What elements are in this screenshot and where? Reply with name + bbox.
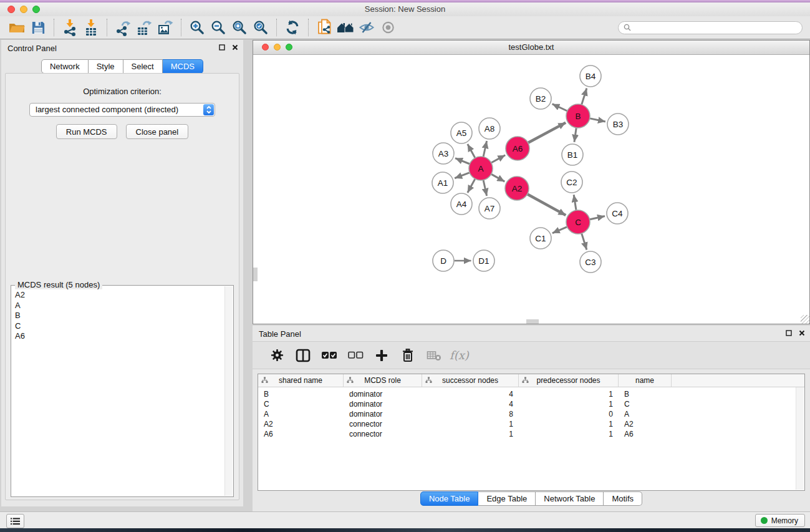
zoom-in-icon[interactable] (186, 17, 208, 37)
graph-node-A7[interactable]: A7 (479, 198, 500, 219)
graph-node-A4[interactable]: A4 (451, 193, 472, 215)
graph-node-B[interactable]: B (566, 104, 590, 128)
show-column-selector-icon[interactable] (290, 344, 316, 367)
zoom-out-icon[interactable] (208, 17, 229, 37)
column-header-name[interactable]: name (619, 374, 672, 387)
select-all-columns-icon[interactable] (316, 344, 342, 367)
search-input[interactable] (634, 22, 802, 32)
mcds-result-item[interactable]: A2 (15, 290, 224, 301)
graph-edge-A-A6[interactable] (491, 155, 505, 163)
table-row[interactable]: A6connector11A6 (258, 429, 804, 439)
optimization-criterion-select[interactable]: largest connected component (directed) (29, 103, 215, 117)
graph-node-C3[interactable]: C3 (580, 251, 601, 273)
hide-graphics-eye-slash-icon[interactable] (356, 17, 377, 37)
mcds-result-scrollbar[interactable] (224, 286, 233, 496)
graph-node-A5[interactable]: A5 (451, 122, 472, 143)
table-tab-edge-table[interactable]: Edge Table (478, 491, 536, 506)
graph-node-A2[interactable]: A2 (505, 177, 529, 200)
save-session-icon[interactable] (27, 17, 49, 37)
export-network-icon[interactable] (112, 17, 133, 37)
network-vertical-scrollbar[interactable] (253, 268, 258, 281)
zoom-selected-icon[interactable] (250, 17, 271, 37)
import-network-icon[interactable] (59, 17, 80, 37)
home-layout-icon[interactable] (335, 17, 356, 37)
graph-edge-A-A7[interactable] (483, 180, 486, 196)
graph-node-A1[interactable]: A1 (432, 172, 453, 193)
graph-node-D[interactable]: D (433, 250, 454, 271)
search-box[interactable] (618, 21, 803, 34)
close-panel-icon[interactable] (232, 44, 238, 51)
tab-style[interactable]: Style (89, 59, 123, 74)
close-table-panel-icon[interactable] (799, 330, 805, 336)
table-row[interactable]: Cdominator41C (258, 399, 804, 409)
mcds-result-item[interactable]: C (15, 321, 224, 332)
column-header-successor-nodes[interactable]: successor nodes (422, 374, 519, 387)
zoom-fit-icon[interactable] (229, 17, 250, 37)
mcds-result-item[interactable]: B (15, 311, 224, 321)
delete-table-icon[interactable] (421, 344, 447, 367)
tab-network[interactable]: Network (41, 59, 89, 74)
graph-edge-A-A3[interactable] (455, 158, 470, 164)
graph-edge-A-A5[interactable] (468, 144, 475, 158)
tab-mcds[interactable]: MCDS (163, 59, 203, 74)
graph-node-B1[interactable]: B1 (562, 144, 583, 165)
graph-node-C2[interactable]: C2 (561, 172, 582, 193)
open-session-icon[interactable] (6, 17, 27, 37)
graph-edge-A-A4[interactable] (468, 179, 475, 193)
graph-node-C4[interactable]: C4 (607, 203, 628, 224)
column-settings-gear-icon[interactable] (264, 344, 290, 367)
graph-node-A3[interactable]: A3 (433, 143, 454, 164)
column-header-mcds-role[interactable]: MCDS role (344, 374, 422, 387)
mcds-result-item[interactable]: A (15, 301, 224, 311)
close-panel-button[interactable]: Close panel (126, 124, 189, 139)
graph-node-A8[interactable]: A8 (479, 118, 500, 139)
float-table-panel-icon[interactable] (786, 330, 792, 336)
graph-edge-B-B3[interactable] (590, 118, 605, 122)
export-table-icon[interactable] (133, 17, 155, 37)
graph-node-C1[interactable]: C1 (530, 228, 551, 249)
table-tab-motifs[interactable]: Motifs (604, 491, 642, 506)
graph-node-C[interactable]: C (566, 210, 590, 234)
function-builder-fx-icon[interactable]: f(x) (450, 349, 469, 362)
network-horizontal-scrollbar[interactable] (526, 319, 539, 324)
mcds-result-item[interactable]: A6 (15, 331, 224, 342)
table-row[interactable]: Bdominator41B (258, 389, 804, 399)
column-header-predecessor-nodes[interactable]: predecessor nodes (519, 374, 619, 387)
graph-edge-C-C3[interactable] (582, 234, 587, 250)
graph-edge-B-B4[interactable] (582, 89, 587, 105)
node-table-scrollbar[interactable] (796, 387, 804, 490)
tab-select[interactable]: Select (123, 59, 163, 74)
memory-button[interactable]: Memory (755, 514, 805, 527)
graph-edge-C-C4[interactable] (590, 216, 605, 219)
show-graphics-eye-icon[interactable] (377, 17, 398, 37)
unselect-all-columns-icon[interactable] (342, 344, 369, 367)
graph-node-D1[interactable]: D1 (473, 250, 494, 271)
network-canvas[interactable]: B4B2BB3A8A5A6A3B1AC2A1A2A4A7C4CC1DD1C3 (254, 55, 809, 323)
import-table-icon[interactable] (80, 17, 102, 37)
add-column-plus-icon[interactable] (369, 344, 395, 367)
delete-columns-trash-icon[interactable] (395, 344, 421, 367)
graph-node-B3[interactable]: B3 (607, 114, 629, 135)
table-row[interactable]: A2connector11A2 (258, 419, 804, 429)
clone-network-icon[interactable] (314, 17, 335, 37)
graph-edge-A6-B[interactable] (528, 123, 566, 143)
table-tab-network-table[interactable]: Network Table (536, 491, 604, 506)
graph-edge-B-B2[interactable] (552, 104, 567, 111)
run-mcds-button[interactable]: Run MCDS (56, 124, 117, 139)
graph-edge-C-C2[interactable] (574, 195, 576, 210)
table-row[interactable]: Adominator80A (258, 409, 804, 419)
export-image-icon[interactable] (155, 17, 176, 37)
graph-edge-A-A1[interactable] (455, 173, 470, 178)
window-resize-grip[interactable] (801, 315, 809, 324)
column-header-shared-name[interactable]: shared name (258, 374, 344, 387)
table-tab-node-table[interactable]: Node Table (420, 491, 479, 506)
task-history-button[interactable] (6, 514, 24, 528)
graph-node-A6[interactable]: A6 (506, 137, 529, 160)
graph-edge-C-C1[interactable] (552, 227, 567, 233)
refresh-icon[interactable] (282, 17, 303, 37)
network-window-titlebar[interactable]: testGlobe.txt (253, 41, 809, 55)
graph-edge-A-A8[interactable] (483, 141, 486, 157)
graph-edge-A2-C[interactable] (528, 194, 566, 215)
graph-edge-A-A2[interactable] (491, 174, 504, 181)
graph-node-B2[interactable]: B2 (530, 88, 551, 109)
